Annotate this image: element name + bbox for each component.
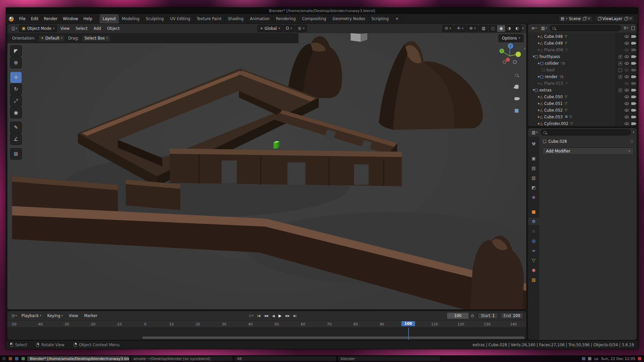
pin-icon[interactable]: [630, 139, 633, 143]
new-collection-icon[interactable]: [631, 26, 635, 30]
properties-options-caret[interactable]: [633, 131, 634, 134]
disable-render-icon[interactable]: [631, 109, 635, 112]
auto-keying-toggle[interactable]: [248, 314, 255, 318]
new-view-layer-icon[interactable]: [625, 17, 627, 20]
proportional-editing-dropdown[interactable]: [295, 25, 307, 32]
tray-notification-icon[interactable]: [638, 357, 641, 360]
collection-name[interactable]: extras: [539, 88, 551, 93]
active-object-name[interactable]: Cube.028: [548, 139, 567, 144]
shading-rendered-button[interactable]: [513, 25, 521, 32]
rotate-tool[interactable]: [10, 83, 22, 95]
drag-dropdown[interactable]: Select Box: [82, 35, 111, 42]
shading-options-caret[interactable]: [522, 27, 524, 30]
hide-eye-icon[interactable]: [625, 122, 629, 125]
workspace-tab-rendering[interactable]: Rendering: [273, 14, 299, 23]
object-name[interactable]: Plane.015: [544, 81, 563, 86]
tray-icon[interactable]: [582, 357, 585, 360]
hide-eye-icon[interactable]: [625, 116, 629, 118]
workspace-tab-compositing[interactable]: Compositing: [299, 14, 329, 23]
properties-tab-physics[interactable]: [528, 237, 539, 244]
object-name[interactable]: Cylinder.002: [544, 121, 568, 126]
object-name[interactable]: Cube.050: [544, 95, 562, 99]
keying-menu[interactable]: Keying: [45, 313, 65, 318]
collection-name[interactable]: fourthpass: [539, 54, 560, 59]
object-name[interactable]: Cube.052: [544, 108, 562, 113]
timeline-scrollbar[interactable]: [142, 337, 525, 339]
hide-eye-icon[interactable]: [625, 69, 629, 71]
disable-render-icon[interactable]: [631, 49, 635, 51]
object-menu[interactable]: Object: [104, 26, 122, 31]
disable-render-icon[interactable]: [631, 82, 635, 85]
properties-tab-view-layer[interactable]: [528, 174, 539, 181]
outliner-row[interactable]: Cube.048: [528, 33, 637, 40]
exclude-checkbox[interactable]: [619, 88, 622, 92]
frame-start-field[interactable]: Start 1: [478, 312, 498, 319]
jump-to-start-button[interactable]: [256, 314, 262, 317]
workspace-tab-sculpting[interactable]: Sculpting: [143, 14, 167, 23]
hide-eye-icon[interactable]: [625, 42, 629, 45]
outliner-row[interactable]: Cube.053: [528, 114, 637, 120]
camera-view-button[interactable]: [512, 94, 521, 103]
properties-tab-render[interactable]: [528, 155, 539, 162]
properties-tab-scene[interactable]: [528, 184, 539, 191]
add-menu[interactable]: Add: [91, 26, 104, 31]
object-name[interactable]: Plane.006: [544, 48, 563, 52]
object-name[interactable]: Cube.051: [544, 101, 562, 106]
outliner-editor-type-button[interactable]: [530, 26, 538, 30]
jump-to-end-button[interactable]: [292, 314, 298, 317]
workspace-tab-layout[interactable]: Layout: [100, 14, 119, 23]
add-cube-tool[interactable]: [10, 148, 22, 160]
exclude-checkbox[interactable]: [619, 75, 622, 79]
hide-eye-icon[interactable]: [625, 102, 629, 105]
xray-toggle[interactable]: [479, 25, 488, 32]
unlink-scene-icon[interactable]: [587, 17, 591, 21]
transform-tool[interactable]: [10, 107, 22, 118]
options-dropdown[interactable]: Options: [498, 34, 524, 42]
disable-render-icon[interactable]: [631, 62, 635, 65]
disable-render-icon[interactable]: [631, 122, 635, 125]
playback-range-toggle[interactable]: [470, 314, 476, 318]
previous-keyframe-button[interactable]: [262, 314, 270, 317]
exclude-checkbox[interactable]: [619, 62, 622, 65]
properties-tab-object-data[interactable]: [528, 256, 539, 264]
blender-logo-icon[interactable]: [9, 16, 14, 21]
collection-name[interactable]: bool: [546, 68, 555, 72]
outliner-search-input[interactable]: [550, 25, 621, 31]
orientation-dropdown[interactable]: Default: [38, 35, 65, 42]
annotate-tool[interactable]: [10, 122, 22, 133]
timeline-tracks[interactable]: [7, 328, 526, 340]
properties-tab-constraints[interactable]: [528, 247, 539, 254]
new-scene-icon[interactable]: [583, 17, 586, 20]
menu-help[interactable]: Help: [81, 14, 95, 23]
snapping-dropdown[interactable]: [283, 25, 295, 32]
select-menu[interactable]: Select: [73, 26, 90, 31]
overlays-dropdown[interactable]: [467, 25, 478, 32]
outliner-row[interactable]: Cylinder.002: [528, 120, 637, 127]
outliner-row[interactable]: Plane.006: [528, 47, 637, 53]
frame-end-field[interactable]: End 100: [500, 312, 524, 319]
properties-tab-object[interactable]: [528, 208, 539, 215]
mode-dropdown[interactable]: Object Mode: [19, 25, 57, 32]
keyboard-layout-indicator[interactable]: us: [594, 357, 598, 361]
taskbar-window-blender[interactable]: Blender* [/home/amalie/Desktop/blender/r…: [27, 356, 129, 361]
navigation-gizmo[interactable]: Y Z: [497, 42, 522, 67]
add-modifier-button[interactable]: Add Modifier: [542, 147, 634, 155]
hide-eye-icon[interactable]: [625, 49, 629, 51]
scale-tool[interactable]: [10, 95, 22, 107]
disable-render-icon[interactable]: [631, 102, 635, 105]
exclude-checkbox[interactable]: [619, 68, 622, 72]
move-tool[interactable]: [10, 72, 22, 83]
collapse-sidebar-arrow[interactable]: ‹: [524, 46, 526, 51]
workspace-tab-texture-paint[interactable]: Texture Paint: [194, 14, 225, 23]
properties-editor-type-button[interactable]: [530, 130, 539, 134]
play-reverse-button[interactable]: [270, 314, 276, 318]
menu-window[interactable]: Window: [60, 14, 80, 23]
editor-type-button[interactable]: [10, 26, 18, 31]
play-button[interactable]: [277, 313, 283, 318]
workspace-tab-animation[interactable]: Animation: [247, 14, 273, 23]
measure-tool[interactable]: [10, 133, 22, 145]
outliner-row[interactable]: extras: [528, 87, 637, 94]
display-mode-dropdown[interactable]: [540, 26, 548, 30]
taskbar-window-48[interactable]: 48: [234, 356, 337, 361]
hide-eye-icon[interactable]: [625, 55, 629, 58]
